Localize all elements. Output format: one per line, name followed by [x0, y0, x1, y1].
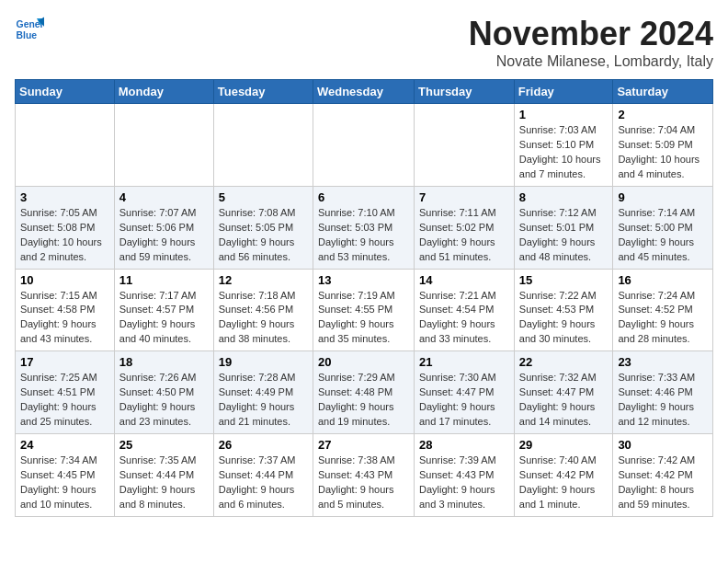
day-info: Sunrise: 7:15 AM Sunset: 4:58 PM Dayligh… [20, 289, 109, 348]
calendar-cell [16, 104, 115, 187]
day-number: 26 [219, 438, 308, 452]
day-info: Sunrise: 7:34 AM Sunset: 4:45 PM Dayligh… [20, 454, 109, 512]
day-info: Sunrise: 7:25 AM Sunset: 4:51 PM Dayligh… [20, 371, 109, 430]
day-number: 18 [119, 355, 209, 369]
day-info: Sunrise: 7:05 AM Sunset: 5:08 PM Dayligh… [20, 206, 109, 265]
day-info: Sunrise: 7:39 AM Sunset: 4:43 PM Dayligh… [419, 454, 509, 512]
day-number: 6 [318, 190, 409, 204]
calendar-cell: 21Sunrise: 7:30 AM Sunset: 4:47 PM Dayli… [415, 351, 515, 434]
day-info: Sunrise: 7:17 AM Sunset: 4:57 PM Dayligh… [119, 289, 209, 348]
calendar-cell [313, 104, 414, 187]
calendar-week-row: 10Sunrise: 7:15 AM Sunset: 4:58 PM Dayli… [16, 269, 713, 351]
month-title: November 2024 [469, 15, 713, 53]
calendar-cell: 1Sunrise: 7:03 AM Sunset: 5:10 PM Daylig… [514, 104, 613, 187]
day-info: Sunrise: 7:07 AM Sunset: 5:06 PM Dayligh… [119, 206, 209, 265]
svg-text:Blue: Blue [17, 30, 38, 40]
calendar-cell: 18Sunrise: 7:26 AM Sunset: 4:50 PM Dayli… [114, 351, 213, 434]
calendar-week-row: 24Sunrise: 7:34 AM Sunset: 4:45 PM Dayli… [16, 434, 713, 517]
calendar-cell [415, 104, 515, 187]
day-number: 17 [20, 355, 109, 369]
day-number: 7 [419, 190, 509, 204]
day-number: 23 [618, 355, 708, 369]
day-number: 8 [519, 190, 609, 204]
day-number: 5 [219, 190, 308, 204]
calendar-header-cell: Tuesday [213, 80, 313, 104]
day-number: 3 [20, 190, 109, 204]
calendar-header-cell: Monday [114, 80, 213, 104]
calendar-cell: 30Sunrise: 7:42 AM Sunset: 4:42 PM Dayli… [613, 434, 713, 517]
day-info: Sunrise: 7:22 AM Sunset: 4:53 PM Dayligh… [519, 289, 609, 348]
day-info: Sunrise: 7:11 AM Sunset: 5:02 PM Dayligh… [419, 206, 509, 265]
day-info: Sunrise: 7:14 AM Sunset: 5:00 PM Dayligh… [618, 206, 708, 265]
calendar-cell: 10Sunrise: 7:15 AM Sunset: 4:58 PM Dayli… [16, 269, 115, 351]
calendar-cell [114, 104, 213, 187]
calendar-cell: 28Sunrise: 7:39 AM Sunset: 4:43 PM Dayli… [415, 434, 515, 517]
calendar-cell: 24Sunrise: 7:34 AM Sunset: 4:45 PM Dayli… [16, 434, 115, 517]
page-header: General Blue November 2024 Novate Milane… [15, 15, 713, 70]
day-number: 29 [519, 438, 609, 452]
calendar-week-row: 3Sunrise: 7:05 AM Sunset: 5:08 PM Daylig… [16, 186, 713, 269]
day-number: 1 [519, 108, 609, 121]
day-info: Sunrise: 7:32 AM Sunset: 4:47 PM Dayligh… [519, 371, 609, 430]
calendar-cell: 17Sunrise: 7:25 AM Sunset: 4:51 PM Dayli… [16, 351, 115, 434]
calendar-cell: 5Sunrise: 7:08 AM Sunset: 5:05 PM Daylig… [213, 186, 313, 269]
location-subtitle: Novate Milanese, Lombardy, Italy [469, 53, 713, 70]
day-info: Sunrise: 7:30 AM Sunset: 4:47 PM Dayligh… [419, 371, 509, 430]
day-info: Sunrise: 7:26 AM Sunset: 4:50 PM Dayligh… [119, 371, 209, 430]
day-number: 19 [219, 355, 308, 369]
calendar-cell: 4Sunrise: 7:07 AM Sunset: 5:06 PM Daylig… [114, 186, 213, 269]
day-number: 4 [119, 190, 209, 204]
calendar-header-cell: Friday [514, 80, 613, 104]
calendar-cell: 9Sunrise: 7:14 AM Sunset: 5:00 PM Daylig… [613, 186, 713, 269]
day-info: Sunrise: 7:29 AM Sunset: 4:48 PM Dayligh… [318, 371, 409, 430]
calendar-cell [213, 104, 313, 187]
day-info: Sunrise: 7:37 AM Sunset: 4:44 PM Dayligh… [219, 454, 308, 512]
calendar-cell: 23Sunrise: 7:33 AM Sunset: 4:46 PM Dayli… [613, 351, 713, 434]
day-info: Sunrise: 7:03 AM Sunset: 5:10 PM Dayligh… [519, 123, 609, 182]
calendar-week-row: 1Sunrise: 7:03 AM Sunset: 5:10 PM Daylig… [16, 104, 713, 187]
day-number: 12 [219, 273, 308, 287]
calendar-body: 1Sunrise: 7:03 AM Sunset: 5:10 PM Daylig… [16, 104, 713, 517]
day-info: Sunrise: 7:42 AM Sunset: 4:42 PM Dayligh… [618, 454, 708, 512]
day-info: Sunrise: 7:40 AM Sunset: 4:42 PM Dayligh… [519, 454, 609, 512]
day-info: Sunrise: 7:08 AM Sunset: 5:05 PM Dayligh… [219, 206, 308, 265]
calendar-cell: 26Sunrise: 7:37 AM Sunset: 4:44 PM Dayli… [213, 434, 313, 517]
day-info: Sunrise: 7:10 AM Sunset: 5:03 PM Dayligh… [318, 206, 409, 265]
day-info: Sunrise: 7:19 AM Sunset: 4:55 PM Dayligh… [318, 289, 409, 348]
day-number: 30 [618, 438, 708, 452]
day-number: 28 [419, 438, 509, 452]
calendar-table: SundayMondayTuesdayWednesdayThursdayFrid… [15, 79, 713, 517]
day-number: 20 [318, 355, 409, 369]
logo-icon: General Blue [15, 15, 44, 44]
calendar-header-cell: Wednesday [313, 80, 414, 104]
calendar-cell: 19Sunrise: 7:28 AM Sunset: 4:49 PM Dayli… [213, 351, 313, 434]
calendar-cell: 6Sunrise: 7:10 AM Sunset: 5:03 PM Daylig… [313, 186, 414, 269]
calendar-cell: 8Sunrise: 7:12 AM Sunset: 5:01 PM Daylig… [514, 186, 613, 269]
calendar-cell: 7Sunrise: 7:11 AM Sunset: 5:02 PM Daylig… [415, 186, 515, 269]
day-info: Sunrise: 7:33 AM Sunset: 4:46 PM Dayligh… [618, 371, 708, 430]
day-number: 13 [318, 273, 409, 287]
day-number: 25 [119, 438, 209, 452]
day-info: Sunrise: 7:28 AM Sunset: 4:49 PM Dayligh… [219, 371, 308, 430]
calendar-cell: 15Sunrise: 7:22 AM Sunset: 4:53 PM Dayli… [514, 269, 613, 351]
day-number: 21 [419, 355, 509, 369]
day-number: 14 [419, 273, 509, 287]
calendar-cell: 2Sunrise: 7:04 AM Sunset: 5:09 PM Daylig… [613, 104, 713, 187]
calendar-header-row: SundayMondayTuesdayWednesdayThursdayFrid… [16, 80, 713, 104]
day-number: 24 [20, 438, 109, 452]
calendar-cell: 22Sunrise: 7:32 AM Sunset: 4:47 PM Dayli… [514, 351, 613, 434]
calendar-cell: 27Sunrise: 7:38 AM Sunset: 4:43 PM Dayli… [313, 434, 414, 517]
day-info: Sunrise: 7:35 AM Sunset: 4:44 PM Dayligh… [119, 454, 209, 512]
calendar-week-row: 17Sunrise: 7:25 AM Sunset: 4:51 PM Dayli… [16, 351, 713, 434]
day-info: Sunrise: 7:04 AM Sunset: 5:09 PM Dayligh… [618, 123, 708, 182]
day-number: 9 [618, 190, 708, 204]
logo: General Blue [15, 15, 44, 44]
calendar-header-cell: Saturday [613, 80, 713, 104]
day-info: Sunrise: 7:24 AM Sunset: 4:52 PM Dayligh… [618, 289, 708, 348]
day-info: Sunrise: 7:38 AM Sunset: 4:43 PM Dayligh… [318, 454, 409, 512]
calendar-header-cell: Thursday [415, 80, 515, 104]
title-area: November 2024 Novate Milanese, Lombardy,… [469, 15, 713, 70]
calendar-cell: 29Sunrise: 7:40 AM Sunset: 4:42 PM Dayli… [514, 434, 613, 517]
calendar-cell: 11Sunrise: 7:17 AM Sunset: 4:57 PM Dayli… [114, 269, 213, 351]
day-number: 27 [318, 438, 409, 452]
